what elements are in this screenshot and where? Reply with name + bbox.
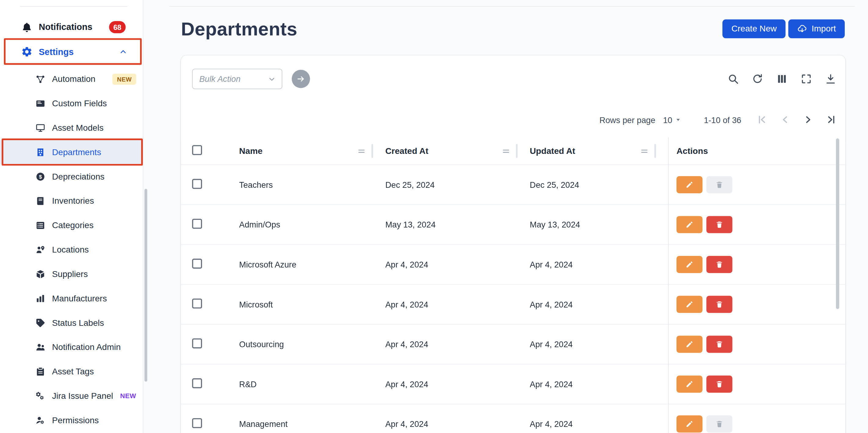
sidebar-item-label: Departments	[52, 147, 101, 157]
bulk-action-select[interactable]: Bulk Action	[192, 69, 282, 89]
column-header-name: Name	[239, 146, 263, 156]
edit-button[interactable]	[676, 376, 702, 393]
edit-button[interactable]	[676, 296, 702, 313]
delete-button[interactable]	[706, 336, 732, 353]
row-checkbox[interactable]	[192, 219, 202, 229]
pagination-range: 1-10 of 36	[704, 115, 741, 124]
dollar-circle-icon: $	[35, 172, 45, 182]
columns-button[interactable]	[776, 73, 788, 85]
sidebar-item-label: Notifications	[39, 22, 92, 32]
sidebar-item-inventories[interactable]: Inventories	[0, 189, 143, 213]
sidebar-item-label: Status Labels	[52, 318, 104, 328]
sidebar-item-departments[interactable]: Departments	[0, 140, 143, 165]
sidebar-item-permissions[interactable]: Permissions	[0, 408, 143, 433]
delete-button[interactable]	[706, 216, 732, 233]
rows-per-page-value: 10	[663, 115, 672, 124]
package-icon	[35, 269, 45, 280]
table-scrollbar-thumb[interactable]	[836, 138, 839, 309]
sidebar-item-automation[interactable]: AutomationNEW	[0, 67, 143, 91]
column-menu-icon[interactable]	[640, 146, 649, 156]
column-resize-handle[interactable]	[516, 144, 517, 158]
fullscreen-button[interactable]	[801, 73, 812, 85]
column-menu-icon[interactable]	[356, 146, 367, 156]
delete-button[interactable]	[706, 415, 732, 432]
edit-button[interactable]	[676, 176, 702, 193]
sidebar-item-settings[interactable]: Settings	[0, 39, 143, 65]
cell-created-at: Apr 4, 2024	[385, 340, 530, 349]
cell-updated-at: Apr 4, 2024	[530, 260, 668, 269]
column-resize-handle[interactable]	[654, 144, 656, 158]
import-button[interactable]: Import	[788, 19, 845, 38]
rows-per-page-select[interactable]: 10	[663, 115, 683, 124]
row-checkbox[interactable]	[192, 418, 202, 428]
sidebar-scrollbar-thumb[interactable]	[144, 189, 147, 382]
row-checkbox[interactable]	[192, 259, 202, 269]
gear-icon	[21, 46, 33, 58]
sidebar-item-label: Inventories	[52, 196, 94, 206]
sidebar-item-label: Permissions	[52, 415, 99, 425]
delete-button[interactable]	[706, 376, 732, 393]
sidebar-item-locations[interactable]: Locations	[0, 237, 143, 262]
bulk-apply-button[interactable]	[292, 70, 310, 88]
column-resize-handle[interactable]	[371, 144, 373, 158]
people-icon	[35, 342, 45, 352]
edit-button[interactable]	[676, 336, 702, 353]
cell-created-at: Dec 25, 2024	[385, 180, 530, 189]
app-window: Notifications 68 Settings AutomationNEWC…	[0, 0, 868, 433]
row-checkbox[interactable]	[192, 299, 202, 309]
sidebar-item-status-labels[interactable]: Status Labels	[0, 311, 143, 335]
pencil-icon	[685, 180, 693, 189]
edit-button[interactable]	[676, 216, 702, 233]
chevron-down-icon	[267, 75, 276, 83]
bar-chart-icon	[35, 293, 45, 304]
new-badge: NEW	[113, 74, 136, 85]
pencil-icon	[685, 420, 693, 428]
sidebar-item-notifications[interactable]: Notifications 68	[0, 15, 143, 40]
sidebar-item-categories[interactable]: Categories	[0, 213, 143, 237]
edit-button[interactable]	[676, 256, 702, 273]
select-all-checkbox[interactable]	[192, 145, 202, 155]
refresh-button[interactable]	[752, 73, 763, 85]
sidebar-item-depreciations[interactable]: $Depreciations	[0, 165, 143, 189]
next-page-button[interactable]	[802, 114, 814, 126]
sidebar-item-label: Locations	[52, 245, 89, 255]
previous-page-button[interactable]	[779, 114, 791, 126]
sidebar-item-suppliers[interactable]: Suppliers	[0, 262, 143, 286]
pencil-icon	[685, 340, 693, 348]
sidebar-item-custom-fields[interactable]: Custom Fields	[0, 91, 143, 116]
sidebar-item-jira-issue-panel[interactable]: Jira Issue PanelNEW	[0, 384, 143, 408]
row-checkbox[interactable]	[192, 378, 202, 388]
svg-text:$: $	[39, 174, 42, 180]
gears-icon	[35, 391, 45, 401]
cell-created-at: Apr 4, 2024	[385, 260, 530, 269]
sidebar-item-label: Automation	[52, 74, 95, 84]
page-prev-icon	[779, 114, 791, 126]
pencil-icon	[685, 260, 693, 268]
table-body: TeachersDec 25, 2024Dec 25, 2024Admin/Op…	[181, 165, 845, 433]
row-checkbox[interactable]	[192, 338, 202, 348]
sidebar-item-notification-admin[interactable]: Notification Admin	[0, 335, 143, 359]
row-checkbox[interactable]	[192, 179, 202, 189]
table-row: R&DApr 4, 2024Apr 4, 2024	[181, 364, 845, 404]
sidebar-item-asset-models[interactable]: Asset Models	[0, 116, 143, 140]
new-badge: NEW	[120, 392, 136, 400]
bulk-action-placeholder: Bulk Action	[199, 74, 241, 84]
settings-submenu: AutomationNEWCustom FieldsAsset ModelsDe…	[0, 67, 143, 432]
last-page-button[interactable]	[825, 114, 837, 126]
building-icon	[35, 147, 45, 157]
delete-button[interactable]	[706, 176, 732, 193]
column-menu-icon[interactable]	[501, 146, 511, 156]
sidebar-item-asset-tags[interactable]: Asset Tags	[0, 359, 143, 384]
create-new-button[interactable]: Create New	[722, 19, 785, 38]
first-page-button[interactable]	[756, 114, 768, 126]
download-button[interactable]	[825, 73, 837, 85]
delete-button[interactable]	[706, 296, 732, 313]
table-row: MicrosoftApr 4, 2024Apr 4, 2024	[181, 285, 845, 325]
sidebar-item-manufacturers[interactable]: Manufacturers	[0, 286, 143, 311]
cell-created-at: May 13, 2024	[385, 220, 530, 229]
delete-button[interactable]	[706, 256, 732, 273]
search-button[interactable]	[727, 73, 739, 85]
edit-button[interactable]	[676, 415, 702, 432]
cell-name: Teachers	[239, 180, 385, 189]
trash-icon	[715, 180, 723, 189]
